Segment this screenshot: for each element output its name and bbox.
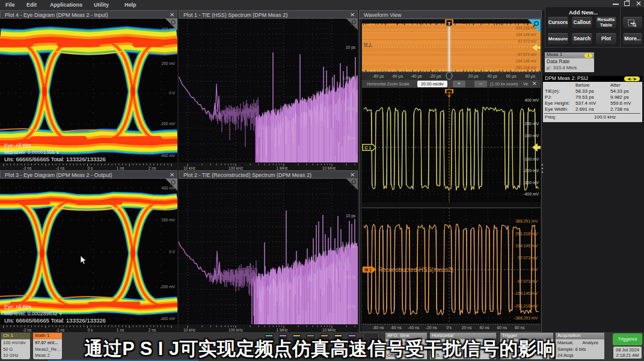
svg-text:20 ns: 20 ns bbox=[462, 326, 472, 330]
svg-text:97.073 mV: 97.073 mV bbox=[518, 39, 537, 43]
svg-text:-60 ns: -60 ns bbox=[390, 326, 402, 330]
svg-text:UIs: 66665/66665 Total: 133: UIs: 66665/66665 Total: 133326/133326 bbox=[4, 156, 106, 162]
svg-text:-1 ns: -1 ns bbox=[56, 166, 65, 170]
svg-text:80 µs: 80 µs bbox=[525, 74, 535, 79]
svg-text:10 ps: 10 ps bbox=[346, 45, 356, 50]
svg-text:1.00 ps: 1.00 ps bbox=[343, 76, 356, 81]
svg-text:1 MHz: 1 MHz bbox=[277, 328, 288, 332]
svg-text:200 mV: 200 mV bbox=[162, 61, 176, 66]
svg-text:-40 ns: -40 ns bbox=[408, 326, 419, 330]
svg-text:0 V: 0 V bbox=[169, 91, 175, 95]
svg-text:0 V: 0 V bbox=[169, 250, 175, 254]
svg-text:-200 mV: -200 mV bbox=[160, 285, 175, 289]
svg-text:-400 mV: -400 mV bbox=[160, 316, 175, 321]
svg-text:388.291 mV: 388.291 mV bbox=[515, 219, 538, 223]
svg-text:400 mV: 400 mV bbox=[525, 98, 539, 102]
svg-text:2 ns: 2 ns bbox=[149, 166, 156, 170]
svg-text:-1 ns: -1 ns bbox=[56, 328, 65, 332]
svg-text:10 MHz: 10 MHz bbox=[322, 166, 336, 170]
svg-text:-400 mV: -400 mV bbox=[523, 192, 539, 196]
svg-text:M 1: M 1 bbox=[364, 268, 372, 272]
svg-text:200 mV: 200 mV bbox=[525, 122, 539, 126]
svg-text:-200 mV: -200 mV bbox=[523, 168, 539, 173]
svg-text:-80 µs: -80 µs bbox=[372, 74, 384, 79]
svg-text:-388.291 mV: -388.291 mV bbox=[514, 316, 538, 320]
svg-text:1 ns: 1 ns bbox=[117, 166, 124, 170]
svg-text:2 ns: 2 ns bbox=[149, 328, 156, 332]
svg-text:-80 ns: -80 ns bbox=[373, 326, 384, 330]
svg-text:100 kHz: 100 kHz bbox=[228, 328, 243, 332]
svg-text:Eye: All Bits: Eye: All Bits bbox=[4, 304, 31, 310]
svg-text:C 1: C 1 bbox=[365, 146, 372, 150]
svg-text:40 ns: 40 ns bbox=[479, 326, 489, 330]
svg-text:291.218 mV: 291.218 mV bbox=[515, 232, 538, 236]
svg-text:10 kHz: 10 kHz bbox=[183, 328, 195, 332]
svg-text:40 µs: 40 µs bbox=[487, 74, 497, 79]
svg-text:0's: 0's bbox=[446, 326, 452, 330]
svg-text:100 fs: 100 fs bbox=[345, 275, 355, 279]
svg-text:194.145 mV: 194.145 mV bbox=[515, 244, 538, 248]
svg-text:Mid-level: 0.00001355 V: Mid-level: 0.00001355 V bbox=[4, 149, 60, 155]
svg-text:M 1: M 1 bbox=[364, 42, 372, 47]
svg-text:10 fs: 10 fs bbox=[347, 136, 356, 140]
svg-text:-200 mV: -200 mV bbox=[160, 122, 175, 126]
svg-text:100 mV: 100 mV bbox=[525, 134, 539, 138]
svg-text:194.145 mV: 194.145 mV bbox=[516, 32, 537, 37]
svg-text:-194.145 mV: -194.145 mV bbox=[514, 291, 538, 295]
svg-text:-291.218 mV: -291.218 mV bbox=[515, 66, 537, 70]
svg-text:200 mV: 200 mV bbox=[162, 218, 176, 222]
svg-text:-300 mV: -300 mV bbox=[523, 180, 539, 185]
svg-text:-97.073 mV: -97.073 mV bbox=[517, 279, 538, 283]
svg-text:1 ns: 1 ns bbox=[117, 328, 124, 332]
svg-text:Eye: All Bits: Eye: All Bits bbox=[4, 143, 31, 149]
svg-text:10 ps: 10 ps bbox=[346, 214, 356, 218]
svg-text:T: T bbox=[448, 91, 451, 96]
svg-text:60 ns: 60 ns bbox=[497, 326, 507, 330]
svg-text:100 fs: 100 fs bbox=[345, 106, 355, 111]
svg-text:Mid-level: 0.000289832 V: Mid-level: 0.000289832 V bbox=[4, 310, 63, 316]
svg-text:400 mV: 400 mV bbox=[162, 27, 176, 31]
svg-text:0 s: 0 s bbox=[88, 328, 93, 332]
svg-text:-2 ns: -2 ns bbox=[23, 328, 32, 332]
svg-text:-20 µs: -20 µs bbox=[429, 74, 441, 79]
svg-text:-97.073 mV: -97.073 mV bbox=[517, 52, 536, 57]
svg-text:-60 µs: -60 µs bbox=[391, 74, 403, 79]
svg-text:0 s: 0 s bbox=[88, 166, 93, 170]
svg-text:T: T bbox=[448, 21, 451, 26]
svg-text:100 kHz: 100 kHz bbox=[228, 166, 243, 170]
svg-text:60 µs: 60 µs bbox=[506, 74, 517, 79]
svg-text:UIs: 66665/66665 Total: 133: UIs: 66665/66665 Total: 133326/133326 bbox=[4, 317, 106, 324]
svg-text:Reconstructed-HSS(meas2): Reconstructed-HSS(meas2) bbox=[378, 267, 453, 273]
svg-text:10 fs: 10 fs bbox=[347, 304, 356, 309]
svg-text:20 µs: 20 µs bbox=[468, 74, 479, 79]
svg-text:1 MHz: 1 MHz bbox=[277, 166, 288, 170]
svg-text:-2 ns: -2 ns bbox=[23, 166, 32, 170]
svg-text:1.00 ps: 1.00 ps bbox=[343, 244, 356, 249]
svg-text:80 ns: 80 ns bbox=[515, 326, 525, 330]
svg-text:-400 mV: -400 mV bbox=[160, 153, 175, 158]
svg-text:10 MHz: 10 MHz bbox=[322, 328, 336, 332]
svg-text:97.073 mV: 97.073 mV bbox=[518, 256, 538, 260]
svg-text:10 kHz: 10 kHz bbox=[183, 166, 195, 170]
svg-text:-40 µs: -40 µs bbox=[411, 74, 423, 79]
svg-text:-20 ns: -20 ns bbox=[426, 326, 437, 330]
svg-text:-194.145 mV: -194.145 mV bbox=[515, 59, 537, 63]
svg-text:-100 mV: -100 mV bbox=[523, 157, 539, 161]
svg-text:-291.218 mV: -291.218 mV bbox=[514, 304, 538, 308]
